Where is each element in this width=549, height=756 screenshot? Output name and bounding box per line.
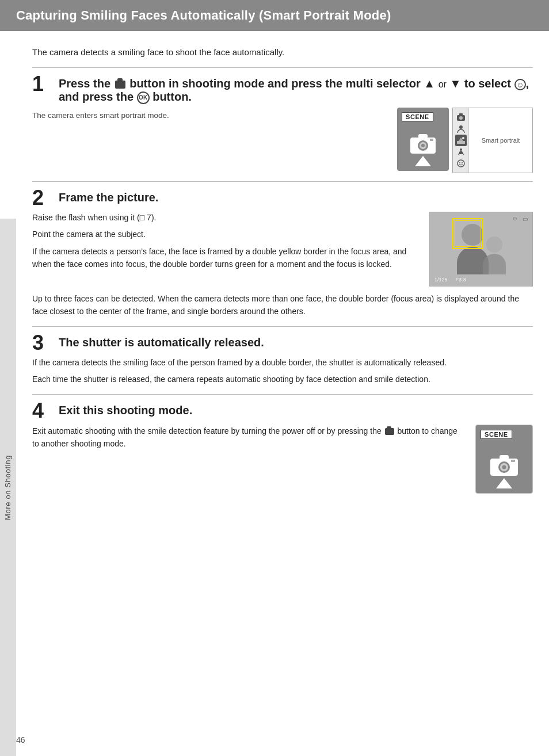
step-4-para1: Exit automatic shooting with the smile d… <box>32 425 465 450</box>
step-2-content: Raise the flash when using it (□ 7). Poi… <box>32 212 533 292</box>
camera-svg-icon <box>409 133 437 155</box>
page-wrapper: Capturing Smiling Faces Automatically (S… <box>0 0 549 756</box>
main-content: The camera detects a smiling face to sho… <box>16 31 549 512</box>
step-1-subnote: The camera enters smart portrait mode. <box>32 110 387 122</box>
step-3-para2: Each time the shutter is released, the c… <box>32 373 533 386</box>
svg-point-13 <box>460 148 462 151</box>
menu-icon-5 <box>455 158 467 169</box>
menu-icon-4 <box>455 146 467 158</box>
person2-head <box>486 236 502 253</box>
vf-shutter-speed: 1/125 <box>434 277 448 282</box>
vf-aperture: F3.3 <box>456 277 466 282</box>
page-header: Capturing Smiling Faces Automatically (S… <box>0 0 549 31</box>
svg-rect-5 <box>430 139 433 141</box>
step-2-header: 2 Frame the picture. <box>32 190 533 208</box>
svg-point-4 <box>421 144 425 147</box>
step-4: 4 Exit this shooting mode. Exit automati… <box>32 394 533 502</box>
scene-label-small: SCENE <box>481 430 512 439</box>
svg-rect-7 <box>459 113 463 116</box>
sidebar-label: More on Shooting <box>0 219 16 756</box>
svg-point-9 <box>459 125 463 129</box>
svg-point-12 <box>462 137 464 139</box>
step-3-para1: If the camera detects the smiling face o… <box>32 357 533 369</box>
step-2-number: 2 <box>32 188 53 208</box>
step-1-number: 1 <box>32 74 53 94</box>
svg-point-14 <box>458 160 464 167</box>
scene-label: SCENE <box>402 112 433 121</box>
camera-mode-icon <box>115 81 125 89</box>
step-4-text: Exit automatic shooting with the smile d… <box>32 425 465 450</box>
step-3-header: 3 The shutter is automatically released. <box>32 335 533 353</box>
person2-body <box>483 254 506 274</box>
menu-item-label: Smart portrait <box>482 137 520 144</box>
or-label: or <box>439 79 447 89</box>
arrow-up-small-icon <box>496 478 512 488</box>
page-title: Capturing Smiling Faces Automatically (S… <box>16 8 533 23</box>
step-2-text: Raise the flash when using it (□ 7). Poi… <box>32 212 419 276</box>
step-2-para3: If the camera detects a person’s face, t… <box>32 246 419 270</box>
scene-camera-box-small: SCENE <box>475 425 533 494</box>
svg-rect-1 <box>418 134 428 139</box>
menu-box: Smart portrait <box>452 108 533 173</box>
ok-button-icon: OK <box>137 91 150 104</box>
menu-icons-column <box>453 108 469 173</box>
step-2-para1: Raise the flash when using it (□ 7). <box>32 212 419 224</box>
svg-point-21 <box>502 465 506 469</box>
menu-content-area: Smart portrait <box>469 108 532 173</box>
step-1-title: Press the button in shooting mode and pr… <box>59 77 533 104</box>
arrow-up-icon <box>415 156 431 166</box>
svg-rect-22 <box>511 460 515 462</box>
step-3-number: 3 <box>32 333 53 353</box>
menu-icon-1 <box>455 112 467 123</box>
menu-icon-3 <box>455 135 467 146</box>
step-2: 2 Frame the picture. Raise the flash whe… <box>32 181 533 326</box>
step-3-title: The shutter is automatically released. <box>59 336 264 349</box>
step-4-number: 4 <box>32 400 53 421</box>
camera-icon-inline <box>385 428 394 435</box>
svg-point-15 <box>459 162 460 163</box>
step-4-header: 4 Exit this shooting mode. <box>32 403 533 421</box>
intro-text: The camera detects a smiling face to sho… <box>32 47 533 57</box>
svg-point-8 <box>459 116 463 120</box>
smile-select-icon: ☺ <box>514 79 526 90</box>
scene-camera-box: SCENE <box>397 108 449 171</box>
viewfinder-status: 1/125 F3.3 <box>434 277 466 282</box>
step-3: 3 The shutter is automatically released.… <box>32 326 533 394</box>
page-number: 46 <box>16 735 25 744</box>
person-secondary <box>483 236 506 274</box>
step-1-text: The camera enters smart portrait mode. <box>32 108 387 127</box>
step-4-content: Exit automatic shooting with the smile d… <box>32 425 533 502</box>
step-1-header: 1 Press the button in shooting mode and … <box>32 76 533 104</box>
battery-icon: ▭ <box>523 216 528 222</box>
step-1: 1 Press the button in shooting mode and … <box>32 67 533 181</box>
step-2-para4: Up to three faces can be detected. When … <box>32 292 533 326</box>
step-3-body: If the camera detects the smiling face o… <box>32 357 533 394</box>
focus-border-inner <box>455 220 481 247</box>
step-1-content: The camera enters smart portrait mode. S… <box>32 108 533 181</box>
corner-icon: ⊙ <box>513 216 517 222</box>
step-1-image: SCENE <box>397 108 533 173</box>
viewfinder-image: ▭ ⊙ <box>429 212 533 287</box>
menu-icon-2 <box>455 123 467 135</box>
svg-rect-18 <box>500 455 509 460</box>
camera-svg-small <box>489 454 519 477</box>
step-2-para2: Point the camera at the subject. <box>32 228 419 241</box>
step-2-title: Frame the picture. <box>59 191 158 204</box>
step-4-image: SCENE <box>475 425 533 494</box>
sidebar-text: More on Shooting <box>4 455 13 520</box>
person-silhouette-group <box>457 224 506 274</box>
svg-rect-10 <box>457 141 465 144</box>
svg-point-16 <box>462 162 463 163</box>
step-4-title: Exit this shooting mode. <box>59 404 192 417</box>
